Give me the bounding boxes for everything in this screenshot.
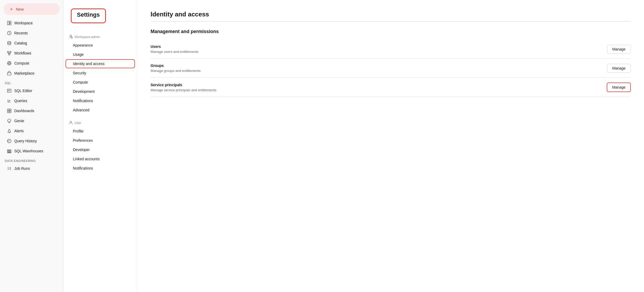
sidebar-item-compute[interactable]: Compute (2, 58, 61, 68)
svg-rect-5 (7, 51, 9, 53)
sidebar-item-catalog[interactable]: Catalog (2, 38, 61, 48)
service-principals-manage-button[interactable]: Manage (607, 83, 631, 92)
svg-rect-28 (7, 150, 11, 150)
sidebar-item-marketplace[interactable]: Marketplace (2, 69, 61, 78)
query-history-icon (7, 139, 12, 143)
dashboards-icon (7, 108, 12, 113)
svg-rect-24 (10, 109, 11, 111)
main-content: Identity and access Management and permi… (137, 0, 644, 292)
settings-panel: Settings Workspace admin Appearance Usag… (63, 0, 137, 292)
svg-rect-25 (7, 111, 9, 113)
sidebar-item-alerts-label: Alerts (14, 129, 24, 133)
development-label: Development (73, 89, 95, 94)
workflows-icon (7, 51, 12, 56)
settings-usage[interactable]: Usage (66, 50, 135, 59)
marketplace-icon (7, 71, 12, 76)
settings-appearance[interactable]: Appearance (66, 41, 135, 50)
job-runs-icon (7, 166, 12, 171)
sidebar-item-genie[interactable]: Genie (2, 116, 61, 126)
sidebar-item-compute-label: Compute (14, 61, 29, 65)
sidebar-item-sql-editor[interactable]: SQL Editor (2, 86, 61, 95)
settings-linked-accounts[interactable]: Linked accounts (66, 154, 135, 163)
groups-manage-button[interactable]: Manage (607, 64, 631, 73)
svg-rect-30 (7, 152, 11, 153)
identity-and-access-label: Identity and access (73, 62, 105, 66)
sidebar-item-recents-label: Recents (14, 31, 28, 35)
data-eng-section-label: Data Engineering (0, 156, 63, 163)
svg-rect-26 (10, 111, 11, 113)
settings-developer[interactable]: Developer (66, 145, 135, 154)
new-label: New (16, 7, 24, 11)
sidebar-item-marketplace-label: Marketplace (14, 71, 34, 75)
sidebar-item-job-runs[interactable]: Job Runs (2, 164, 61, 173)
settings-security[interactable]: Security (66, 69, 135, 77)
groups-info: Groups Manage groups and entitlements (151, 63, 200, 73)
sidebar-item-workspace-label: Workspace (14, 21, 33, 25)
compute-icon (7, 61, 12, 66)
page-title: Identity and access (151, 11, 631, 18)
settings-compute[interactable]: Compute (66, 78, 135, 87)
settings-preferences[interactable]: Preferences (66, 136, 135, 145)
sidebar-item-queries-label: Queries (14, 99, 27, 103)
sidebar-item-workflows-label: Workflows (14, 51, 31, 55)
settings-title: Settings (71, 8, 106, 23)
preferences-label: Preferences (73, 138, 93, 143)
svg-point-4 (8, 42, 11, 43)
workspace-admin-section: Workspace admin (63, 32, 137, 40)
advanced-label: Advanced (73, 108, 89, 112)
security-label: Security (73, 71, 86, 75)
sql-warehouses-icon (7, 149, 12, 153)
sql-section-label: SQL (0, 78, 63, 86)
svg-rect-20 (7, 89, 11, 92)
settings-user-notifications[interactable]: Notifications (66, 164, 135, 173)
sidebar-item-query-history[interactable]: Query History (2, 136, 61, 146)
sidebar-item-genie-label: Genie (14, 119, 24, 123)
clock-icon (7, 31, 12, 35)
title-divider (151, 21, 631, 21)
linked-accounts-label: Linked accounts (73, 157, 100, 161)
service-principals-info: Service principals Manage service princi… (151, 83, 216, 92)
settings-notifications[interactable]: Notifications (66, 96, 135, 105)
svg-rect-1 (10, 21, 11, 23)
workspace-icon (7, 21, 12, 25)
svg-rect-23 (7, 109, 9, 111)
sidebar-item-dashboards[interactable]: Dashboards (2, 106, 61, 116)
sidebar-item-queries[interactable]: Queries (2, 96, 61, 106)
svg-rect-19 (7, 73, 11, 75)
service-principals-desc: Manage service principals and entitlemen… (151, 88, 216, 92)
user-section: User (63, 118, 137, 126)
sidebar-item-sql-editor-label: SQL Editor (14, 89, 32, 93)
sidebar-item-workflows[interactable]: Workflows (2, 48, 61, 58)
svg-rect-6 (10, 51, 11, 53)
users-name: Users (151, 44, 198, 49)
settings-identity-and-access[interactable]: Identity and access (66, 59, 135, 68)
user-notifications-label: Notifications (73, 166, 93, 170)
svg-rect-29 (7, 151, 11, 152)
new-button[interactable]: ＋ New (4, 3, 59, 15)
svg-point-14 (8, 62, 10, 64)
genie-icon (7, 118, 12, 123)
svg-point-39 (70, 121, 72, 123)
sidebar: ＋ New Workspace Recents (0, 0, 63, 292)
svg-point-37 (70, 35, 72, 36)
sidebar-item-catalog-label: Catalog (14, 41, 27, 45)
notifications-label: Notifications (73, 99, 93, 103)
users-manage-button[interactable]: Manage (607, 45, 631, 54)
settings-profile[interactable]: Profile (66, 127, 135, 136)
catalog-icon (7, 41, 12, 45)
svg-rect-2 (10, 23, 11, 25)
workspace-admin-label: Workspace admin (74, 35, 100, 39)
svg-rect-0 (7, 21, 9, 25)
plus-icon: ＋ (9, 6, 14, 12)
sidebar-item-workspace[interactable]: Workspace (2, 18, 61, 28)
sidebar-item-alerts[interactable]: Alerts (2, 126, 61, 136)
sidebar-item-recents[interactable]: Recents (2, 28, 61, 38)
groups-name: Groups (151, 63, 200, 68)
settings-advanced[interactable]: Advanced (66, 106, 135, 115)
usage-label: Usage (73, 52, 83, 57)
developer-label: Developer (73, 148, 90, 152)
sidebar-item-job-runs-label: Job Runs (14, 166, 30, 171)
settings-development[interactable]: Development (66, 87, 135, 96)
users-desc: Manage users and entitlements (151, 50, 198, 54)
sidebar-item-sql-warehouses[interactable]: SQL Warehouses (2, 146, 61, 156)
